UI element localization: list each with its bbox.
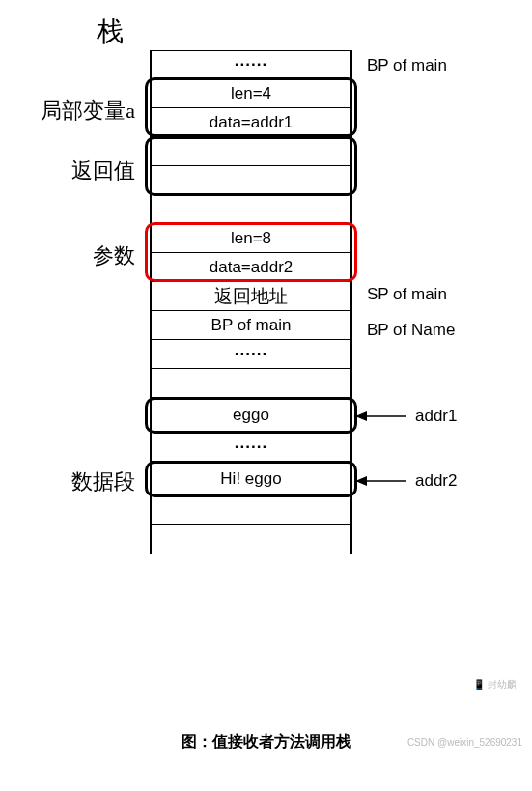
row-hi-eggo: Hi! eggo [152, 462, 350, 496]
label-bp-main-top: BP of main [367, 56, 447, 75]
row-len8: len=8 [152, 224, 350, 253]
watermark-author: 📱 封幼麟 [473, 678, 517, 692]
title-stack: 栈 [97, 14, 124, 50]
svg-marker-3 [355, 476, 367, 486]
row-blank3 [152, 525, 350, 554]
arrow-addr1 [355, 410, 406, 423]
row-ellipsis-mid: ······ [152, 340, 350, 369]
row-return-2 [152, 166, 350, 195]
row-eggo: eggo [152, 398, 350, 433]
label-bp-name: BP of Name [367, 321, 455, 340]
row-blank [152, 369, 350, 398]
row-ellipsis-top: ······ [152, 50, 350, 79]
row-blank2 [152, 496, 350, 525]
label-param: 参数 [0, 241, 135, 270]
svg-marker-1 [355, 411, 367, 421]
stack-column: ······ len=4 data=addr1 len=8 data=addr2… [150, 50, 352, 554]
row-ellipsis-mid2: ······ [152, 433, 350, 462]
row-return-addr: 返回地址 [152, 282, 350, 311]
watermark-csdn: CSDN @weixin_52690231 [407, 737, 522, 748]
row-data-addr1: data=addr1 [152, 108, 350, 137]
arrow-addr2 [355, 474, 406, 488]
row-return-1 [152, 137, 350, 166]
row-bp-main: BP of main [152, 311, 350, 340]
label-sp-main: SP of main [367, 285, 447, 304]
row-data-addr2: data=addr2 [152, 253, 350, 282]
row-gap [152, 195, 350, 224]
label-addr2: addr2 [415, 471, 457, 491]
label-return-val: 返回值 [0, 156, 135, 185]
label-data-seg: 数据段 [0, 467, 135, 496]
row-len4: len=4 [152, 79, 350, 108]
label-local-a: 局部变量a [0, 97, 135, 126]
label-addr1: addr1 [415, 407, 457, 426]
